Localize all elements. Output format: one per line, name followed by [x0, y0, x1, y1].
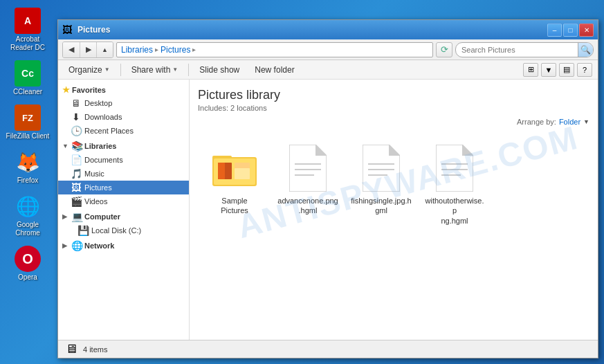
music-label: Music [84, 170, 104, 178]
libraries-breadcrumb[interactable]: Libraries [121, 45, 153, 55]
opera-icon: O [15, 246, 41, 272]
desktop-icon-firefox[interactable]: 🦊 Firefox [3, 147, 52, 187]
fishingsingle-doc-icon [363, 145, 400, 192]
file-item-fishingsingle[interactable]: fishingsingle.jpg.hgml [350, 140, 412, 229]
firefox-label: Firefox [17, 176, 39, 185]
toolbar-separator-2 [188, 64, 189, 76]
sample-pictures-icon-wrapper [210, 143, 259, 193]
forward-button[interactable]: ▶ [80, 42, 96, 57]
sidebar-item-desktop[interactable]: 🖥 Desktop [58, 96, 189, 110]
window-controls: – □ ✕ [547, 24, 594, 37]
sidebar-favorites-section: ★ Favorites 🖥 Desktop ⬇ Downloads 🕒 Rece… [58, 84, 189, 138]
sidebar-item-recent-places[interactable]: 🕒 Recent Places [58, 124, 189, 138]
nav-buttons: ◀ ▶ ▲ [62, 42, 113, 58]
address-breadcrumb[interactable]: Libraries ▸ Pictures ▸ [116, 42, 433, 57]
arrange-arrow-icon: ▼ [583, 118, 589, 125]
music-icon: 🎵 [71, 168, 82, 179]
advancenone-doc-icon [289, 145, 327, 192]
ccleaner-label: CCleaner [13, 88, 42, 96]
maximize-button[interactable]: □ [563, 24, 578, 37]
sidebar-item-videos[interactable]: 🎬 Videos [58, 194, 189, 208]
withoutotherwise-icon-wrapper [430, 143, 479, 193]
sidebar-network-header[interactable]: ▶ 🌐 Network [58, 239, 189, 253]
sidebar-libraries-header[interactable]: ▼ 📚 Libraries [58, 139, 189, 153]
sidebar-item-documents[interactable]: 📄 Documents [58, 153, 189, 167]
videos-icon: 🎬 [71, 196, 82, 207]
slideshow-button[interactable]: Slide show [194, 63, 244, 77]
fishingsingle-label: fishingsingle.jpg.hgml [351, 196, 412, 216]
favorites-star-icon: ★ [62, 85, 70, 95]
file-grid: Sample Pictures advancenone.png.hgml [198, 134, 589, 235]
search-input[interactable] [456, 46, 578, 54]
arrange-bar: Arrange by: Folder ▼ [198, 118, 589, 126]
organize-dropdown-icon: ▼ [104, 66, 110, 73]
status-computer-icon: 🖥 [65, 342, 77, 356]
help-button[interactable]: ? [577, 63, 592, 77]
documents-label: Documents [84, 156, 123, 164]
desktop-icon-filezilla[interactable]: FZ FileZilla Client [3, 102, 52, 143]
title-bar: 🖼 Pictures – □ ✕ [58, 20, 598, 39]
file-item-advancenone[interactable]: advancenone.png.hgml [277, 140, 339, 229]
downloads-icon: ⬇ [71, 111, 82, 122]
opera-label: Opera [18, 273, 37, 282]
file-item-sample-pictures[interactable]: Sample Pictures [203, 140, 266, 229]
sidebar-computer-header[interactable]: ▶ 💻 Computer [58, 210, 189, 224]
sidebar-item-pictures[interactable]: 🖼 Pictures [58, 181, 189, 194]
desktop-icon-ccleaner[interactable]: Cc CCleaner [3, 58, 52, 98]
share-dropdown-icon: ▼ [172, 66, 178, 73]
network-icon: 🌐 [71, 240, 82, 251]
desktop-icon-opera[interactable]: O Opera [3, 244, 52, 284]
pictures-breadcrumb[interactable]: Pictures [161, 45, 190, 55]
chrome-icon: 🌐 [15, 193, 41, 219]
sidebar: ★ Favorites 🖥 Desktop ⬇ Downloads 🕒 Rece… [58, 80, 190, 340]
organize-button[interactable]: Organize ▼ [64, 63, 115, 77]
computer-icon: 💻 [71, 211, 82, 222]
pictures-sidebar-label: Pictures [84, 183, 112, 192]
library-header: Pictures library Includes: 2 locations [198, 88, 589, 112]
sidebar-computer-section: ▶ 💻 Computer 💾 Local Disk (C:) [58, 210, 189, 237]
desktop-icon-acrobat[interactable]: A Acrobat Reader DC [3, 6, 52, 54]
libraries-expand-icon: ▼ [62, 143, 69, 149]
address-bar-row: ◀ ▶ ▲ Libraries ▸ Pictures ▸ ⟳ 🔍 [58, 39, 598, 60]
network-expand-icon: ▶ [62, 242, 69, 249]
share-with-button[interactable]: Share with ▼ [127, 63, 183, 77]
new-folder-button[interactable]: New folder [250, 63, 299, 77]
back-button[interactable]: ◀ [63, 42, 80, 57]
sample-pictures-folder-icon [211, 147, 258, 189]
firefox-icon: 🦊 [15, 149, 41, 175]
svg-rect-4 [218, 163, 225, 179]
file-area: Pictures library Includes: 2 locations A… [190, 80, 598, 340]
advancenone-icon-wrapper [283, 143, 333, 193]
sidebar-item-local-disk[interactable]: 💾 Local Disk (C:) [58, 224, 189, 237]
library-subtitle: Includes: 2 locations [198, 104, 589, 112]
desktop-icon-chrome[interactable]: 🌐 Google Chrome [3, 191, 52, 239]
chrome-label: Google Chrome [6, 221, 50, 237]
close-button[interactable]: ✕ [579, 24, 594, 37]
window-icon: 🖼 [62, 24, 73, 35]
sidebar-network-section: ▶ 🌐 Network [58, 239, 189, 253]
sidebar-favorites-header[interactable]: ★ Favorites [58, 84, 189, 96]
local-disk-label: Local Disk (C:) [91, 226, 141, 235]
refresh-button[interactable]: ⟳ [436, 42, 452, 57]
minimize-button[interactable]: – [547, 24, 562, 37]
network-label: Network [84, 242, 114, 250]
recent-places-label: Recent Places [84, 127, 134, 135]
sidebar-item-music[interactable]: 🎵 Music [58, 167, 189, 181]
filezilla-icon: FZ [15, 104, 41, 131]
libraries-icon: 📚 [71, 140, 82, 152]
up-button[interactable]: ▲ [96, 42, 113, 57]
window-title: Pictures [77, 25, 547, 35]
view-icons-button[interactable]: ⊞ [523, 63, 538, 77]
search-button[interactable]: 🔍 [578, 42, 593, 57]
sidebar-item-downloads[interactable]: ⬇ Downloads [58, 110, 189, 124]
file-item-withoutotherwise[interactable]: withoutotherwise.png.hgml [423, 140, 486, 229]
view-list-button[interactable]: ▤ [559, 63, 574, 77]
content-area: ★ Favorites 🖥 Desktop ⬇ Downloads 🕒 Rece… [58, 80, 598, 340]
withoutotherwise-label: withoutotherwise.png.hgml [424, 196, 485, 226]
recent-places-icon: 🕒 [71, 125, 82, 136]
library-title: Pictures library [198, 88, 589, 102]
svg-rect-6 [235, 168, 250, 179]
view-dropdown-button[interactable]: ▼ [541, 63, 556, 77]
sample-pictures-label: Sample Pictures [207, 196, 262, 216]
arrange-value[interactable]: Folder [559, 118, 580, 126]
